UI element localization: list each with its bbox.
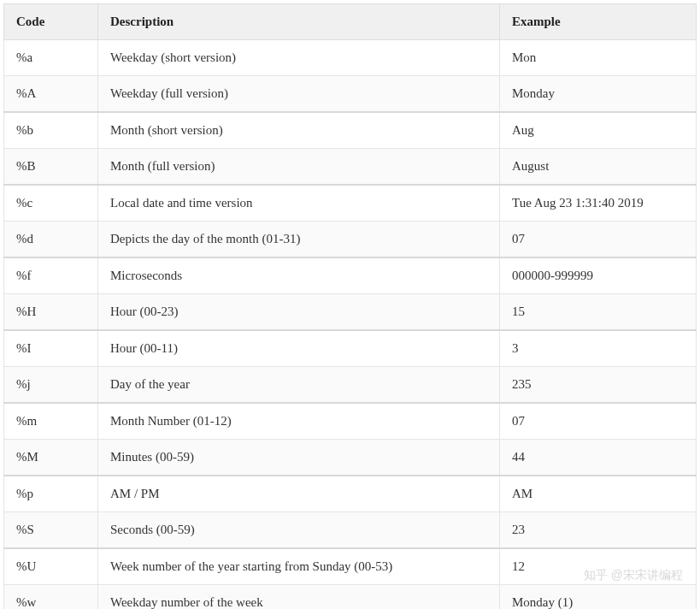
header-code: Code bbox=[4, 4, 98, 40]
cell-code: %M bbox=[4, 440, 98, 476]
table-row: %MMinutes (00-59)44 bbox=[4, 440, 697, 476]
cell-description: Minutes (00-59) bbox=[98, 440, 500, 476]
cell-description: Month (short version) bbox=[98, 112, 500, 149]
cell-example: August bbox=[500, 149, 697, 186]
cell-code: %H bbox=[4, 294, 98, 331]
cell-example: 235 bbox=[500, 367, 697, 404]
cell-example: Monday (1) bbox=[500, 585, 697, 610]
cell-code: %d bbox=[4, 222, 98, 258]
table-row: %UWeek number of the year starting from … bbox=[4, 548, 697, 585]
header-example: Example bbox=[500, 4, 697, 40]
table-row: %HHour (00-23)15 bbox=[4, 294, 697, 331]
cell-code: %U bbox=[4, 548, 98, 585]
header-description: Description bbox=[98, 4, 500, 40]
cell-example: Mon bbox=[500, 40, 697, 76]
cell-description: Seconds (00-59) bbox=[98, 512, 500, 549]
cell-code: %B bbox=[4, 149, 98, 186]
cell-description: Weekday (full version) bbox=[98, 76, 500, 113]
cell-example: 15 bbox=[500, 294, 697, 331]
table-row: %mMonth Number (01-12)07 bbox=[4, 403, 697, 440]
cell-description: Day of the year bbox=[98, 367, 500, 404]
table-row: %SSeconds (00-59)23 bbox=[4, 512, 697, 549]
cell-example: 44 bbox=[500, 440, 697, 476]
cell-code: %b bbox=[4, 112, 98, 149]
format-codes-table: Code Description Example %aWeekday (shor… bbox=[3, 3, 697, 609]
cell-example: 000000-999999 bbox=[500, 257, 697, 294]
cell-description: Month Number (01-12) bbox=[98, 403, 500, 440]
cell-example: Tue Aug 23 1:31:40 2019 bbox=[500, 185, 697, 222]
cell-code: %c bbox=[4, 185, 98, 222]
cell-description: Local date and time version bbox=[98, 185, 500, 222]
table-row: %IHour (00-11)3 bbox=[4, 330, 697, 367]
table-row: %wWeekday number of the weekMonday (1) bbox=[4, 585, 697, 610]
cell-code: %I bbox=[4, 330, 98, 367]
cell-code: %j bbox=[4, 367, 98, 404]
cell-code: %a bbox=[4, 40, 98, 76]
table-row: %cLocal date and time versionTue Aug 23 … bbox=[4, 185, 697, 222]
cell-description: Hour (00-23) bbox=[98, 294, 500, 331]
cell-description: Weekday (short version) bbox=[98, 40, 500, 76]
cell-example: 07 bbox=[500, 222, 697, 258]
cell-description: Week number of the year starting from Su… bbox=[98, 548, 500, 585]
table-row: %bMonth (short version)Aug bbox=[4, 112, 697, 149]
cell-example: 23 bbox=[500, 512, 697, 549]
cell-example: 3 bbox=[500, 330, 697, 367]
cell-example: 12 bbox=[500, 548, 697, 585]
cell-code: %f bbox=[4, 257, 98, 294]
cell-example: 07 bbox=[500, 403, 697, 440]
table-row: %AWeekday (full version)Monday bbox=[4, 76, 697, 113]
table-row: %BMonth (full version)August bbox=[4, 149, 697, 186]
cell-description: Depicts the day of the month (01-31) bbox=[98, 222, 500, 258]
table-row: %dDepicts the day of the month (01-31)07 bbox=[4, 222, 697, 258]
table-row: %aWeekday (short version)Mon bbox=[4, 40, 697, 76]
cell-example: Monday bbox=[500, 76, 697, 113]
table-row: %pAM / PMAM bbox=[4, 476, 697, 512]
cell-code: %m bbox=[4, 403, 98, 440]
cell-code: %w bbox=[4, 585, 98, 610]
cell-description: Microseconds bbox=[98, 257, 500, 294]
table-row: %jDay of the year235 bbox=[4, 367, 697, 404]
cell-example: AM bbox=[500, 476, 697, 512]
cell-description: Weekday number of the week bbox=[98, 585, 500, 610]
cell-code: %S bbox=[4, 512, 98, 549]
cell-example: Aug bbox=[500, 112, 697, 149]
cell-description: AM / PM bbox=[98, 476, 500, 512]
cell-code: %A bbox=[4, 76, 98, 113]
cell-description: Hour (00-11) bbox=[98, 330, 500, 367]
cell-code: %p bbox=[4, 476, 98, 512]
table-header-row: Code Description Example bbox=[4, 4, 697, 40]
cell-description: Month (full version) bbox=[98, 149, 500, 186]
table-row: %fMicroseconds000000-999999 bbox=[4, 257, 697, 294]
table-body: %aWeekday (short version)Mon%AWeekday (f… bbox=[4, 40, 697, 610]
